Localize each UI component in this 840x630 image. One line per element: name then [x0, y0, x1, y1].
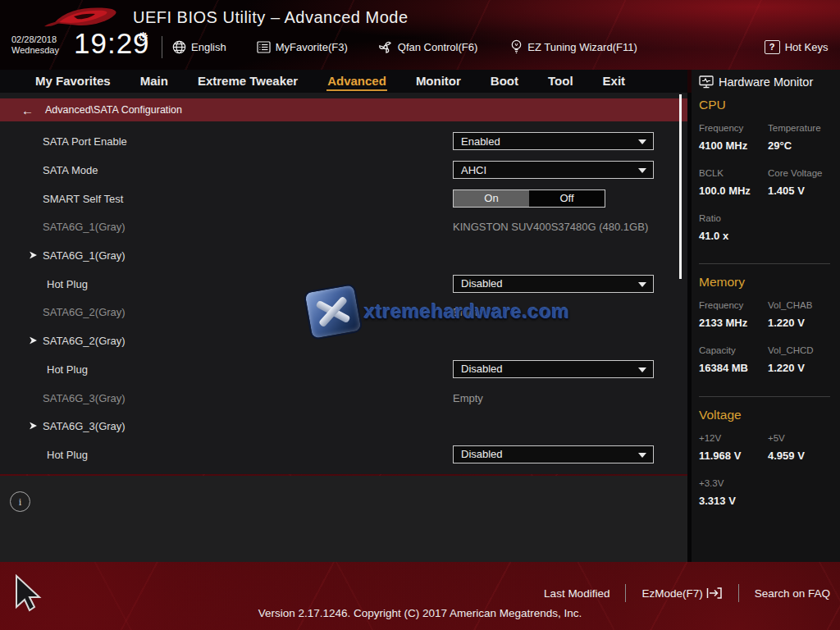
hardware-monitor-panel: Hardware Monitor CPU Frequency 4100 MHz …: [692, 70, 840, 562]
tab-tool[interactable]: Tool: [547, 71, 574, 91]
port-label: SATA6G_3(Gray): [43, 391, 126, 404]
voltage-section: Voltage +12V 11.968 V +5V 4.959 V +3.3V …: [699, 408, 832, 508]
setting-row-sata-port-enable: SATA Port Enable Enabled: [0, 127, 687, 156]
list-icon: [257, 41, 271, 53]
ezmode-label: EzMode(F7): [641, 587, 702, 600]
cpu-bclk: BCLK 100.0 MHz: [699, 168, 768, 198]
nav-tab-bar: My Favorites Main Extreme Tweaker Advanc…: [0, 70, 687, 93]
footer-links: Last Modified EzMode(F7) Search on FAQ: [544, 584, 830, 602]
topbar-divider: [162, 36, 162, 58]
setting-label: Hot Plug: [47, 277, 88, 290]
setting-label: Hot Plug: [47, 363, 88, 375]
toggle-off-option[interactable]: Off: [529, 190, 605, 207]
voltage-5v: +5V 4.959 V: [768, 433, 832, 463]
submenu-label: SATA6G_1(Gray): [43, 249, 126, 262]
sata-port-enable-dropdown[interactable]: Enabled: [453, 132, 654, 150]
topbar-menu: English MyFavorite(F3) Qfan: [172, 36, 828, 57]
tab-extreme-tweaker[interactable]: Extreme Tweaker: [197, 71, 299, 91]
date-value: 02/28/2018: [11, 34, 59, 45]
help-info-panel: i: [0, 476, 687, 562]
device-name: KINGSTON SUV400S37480G (480.1GB): [453, 221, 648, 233]
question-icon: ?: [765, 40, 780, 54]
footer-divider: [738, 584, 739, 602]
myfavorite-button[interactable]: MyFavorite(F3): [257, 41, 348, 53]
memory-vol-chab: Vol_CHAB 1.220 V: [768, 300, 832, 330]
port-label: SATA6G_1(Gray): [43, 221, 126, 233]
setting-row-smart-self-test: SMART Self Test On Off: [0, 184, 687, 212]
fan-icon: [378, 40, 393, 54]
setting-row-hot-plug-1: Hot Plug Disabled: [0, 269, 687, 298]
dropdown-value: Disabled: [461, 363, 503, 375]
language-button[interactable]: English: [172, 40, 226, 54]
tab-exit[interactable]: Exit: [602, 71, 627, 91]
tab-my-favorites[interactable]: My Favorites: [34, 71, 112, 91]
breadcrumb-path: Advanced\SATA Configuration: [45, 104, 182, 116]
hot-keys-button[interactable]: ? Hot Keys: [765, 40, 829, 54]
cpu-frequency: Frequency 4100 MHz: [699, 123, 768, 153]
chevron-down-icon: [638, 139, 646, 144]
smart-self-test-toggle: On Off: [453, 189, 605, 208]
date-display: 02/28/2018 Wednesday: [11, 34, 59, 56]
tab-advanced[interactable]: Advanced: [326, 71, 387, 91]
ez-tuning-wizard-button[interactable]: EZ Tuning Wizard(F11): [510, 39, 637, 54]
submenu-label: SATA6G_2(Gray): [43, 335, 126, 347]
setting-label: Hot Plug: [47, 448, 88, 460]
cpu-core-voltage: Core Voltage 1.405 V: [768, 168, 832, 198]
tab-monitor[interactable]: Monitor: [415, 71, 462, 91]
search-on-faq-button[interactable]: Search on FAQ: [755, 587, 830, 600]
hot-keys-label: Hot Keys: [785, 41, 829, 53]
ez-tuning-label: EZ Tuning Wizard(F11): [527, 41, 637, 53]
memory-section-title: Memory: [699, 275, 832, 291]
exit-to-ezmode-icon: [706, 587, 723, 600]
dropdown-value: Disabled: [461, 448, 503, 460]
link-row-sata6g1[interactable]: SATA6G_1(Gray): [0, 241, 687, 270]
sata-mode-dropdown[interactable]: AHCI: [453, 161, 654, 179]
language-label: English: [191, 41, 226, 53]
breadcrumb: ← Advanced\SATA Configuration: [0, 98, 687, 121]
info-row-sata6g1: SATA6G_1(Gray) KINGSTON SUV400S37480G (4…: [0, 212, 687, 241]
top-bar: UEFI BIOS Utility – Advanced Mode 02/28/…: [0, 0, 840, 70]
submenu-label: SATA6G_3(Gray): [43, 420, 126, 432]
qfan-control-button[interactable]: Qfan Control(F6): [378, 40, 478, 54]
setting-row-sata-mode: SATA Mode AHCI: [0, 156, 687, 185]
voltage-12v: +12V 11.968 V: [699, 433, 768, 463]
voltage-section-title: Voltage: [699, 408, 832, 424]
bios-screen: { "topbar": { "title": "UEFI BIOS Utilit…: [0, 0, 840, 630]
qfan-label: Qfan Control(F6): [398, 41, 478, 53]
submenu-arrow-icon: [30, 252, 37, 259]
globe-icon: [172, 40, 186, 54]
dropdown-value: AHCI: [461, 164, 486, 176]
app-title: UEFI BIOS Utility – Advanced Mode: [133, 8, 409, 27]
cpu-temperature: Temperature 29°C: [768, 123, 832, 153]
toggle-on-option[interactable]: On: [454, 190, 529, 207]
hot-plug-dropdown-3[interactable]: Disabled: [453, 445, 654, 463]
link-row-sata6g2[interactable]: SATA6G_2(Gray): [0, 326, 687, 355]
chevron-down-icon: [638, 168, 646, 173]
memory-frequency: Frequency 2133 MHz: [699, 300, 768, 330]
device-name: Empty: [453, 392, 483, 404]
chevron-down-icon: [638, 282, 646, 287]
hot-plug-dropdown-2[interactable]: Disabled: [453, 360, 654, 378]
setting-row-hot-plug-3: Hot Plug Disabled: [0, 441, 687, 469]
version-text: Version 2.17.1246. Copyright (C) 2017 Am…: [0, 607, 840, 619]
info-row-sata6g2: SATA6G_2(Gray) Empty: [0, 298, 687, 326]
setting-label: SATA Mode: [43, 164, 98, 176]
time-settings-gear-icon[interactable]: ⚙: [138, 30, 148, 44]
chevron-down-icon: [638, 368, 646, 372]
tab-boot[interactable]: Boot: [490, 71, 519, 91]
memory-section: Memory Frequency 2133 MHz Vol_CHAB 1.220…: [699, 275, 832, 375]
hot-plug-dropdown-1[interactable]: Disabled: [453, 275, 654, 293]
back-arrow-icon[interactable]: ←: [21, 103, 34, 117]
sidebar-divider: [699, 396, 830, 397]
sidebar-divider: [699, 263, 830, 264]
dropdown-value: Disabled: [461, 277, 503, 290]
info-row-sata6g3: SATA6G_3(Gray) Empty: [0, 383, 687, 412]
hardware-monitor-header: Hardware Monitor: [699, 75, 813, 89]
submenu-arrow-icon: [30, 337, 37, 345]
scrollbar[interactable]: [679, 94, 682, 279]
last-modified-button[interactable]: Last Modified: [544, 587, 609, 600]
tab-main[interactable]: Main: [139, 71, 169, 91]
ezmode-button[interactable]: EzMode(F7): [641, 587, 722, 600]
submenu-arrow-icon: [30, 422, 37, 430]
link-row-sata6g3[interactable]: SATA6G_3(Gray): [0, 412, 687, 441]
